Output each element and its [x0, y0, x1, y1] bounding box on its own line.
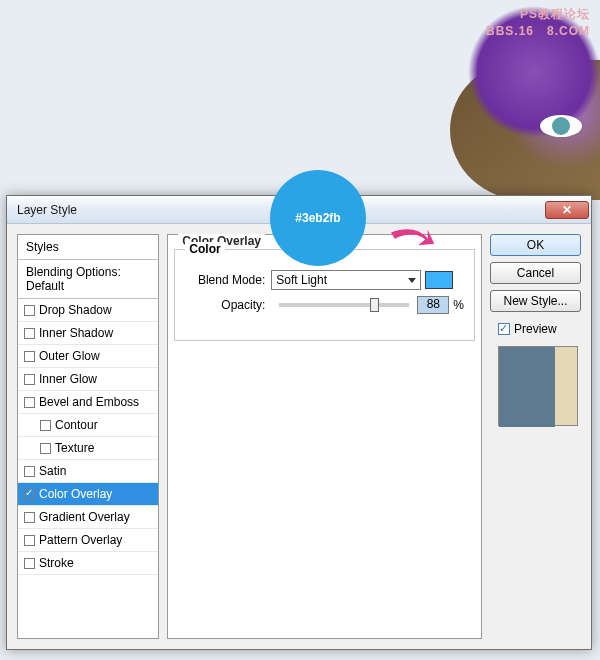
effect-row-gradient-overlay[interactable]: Gradient Overlay [18, 506, 158, 529]
effect-label: Bevel and Emboss [39, 395, 139, 409]
close-button[interactable]: ✕ [545, 201, 589, 219]
cancel-button[interactable]: Cancel [490, 262, 581, 284]
checkbox-icon[interactable] [40, 443, 51, 454]
checkbox-icon[interactable] [24, 466, 35, 477]
blend-mode-value: Soft Light [276, 273, 327, 287]
effect-row-inner-shadow[interactable]: Inner Shadow [18, 322, 158, 345]
effect-label: Inner Shadow [39, 326, 113, 340]
opacity-label: Opacity: [185, 298, 265, 312]
ok-button[interactable]: OK [490, 234, 581, 256]
dialog-body: Styles Blending Options: Default Drop Sh… [7, 224, 591, 649]
button-column: OK Cancel New Style... Preview [490, 234, 581, 639]
chevron-down-icon [408, 278, 416, 283]
slider-thumb-icon[interactable] [370, 298, 379, 312]
color-callout-badge: #3eb2fb [270, 170, 366, 266]
effect-label: Gradient Overlay [39, 510, 130, 524]
effect-row-contour[interactable]: Contour [18, 414, 158, 437]
effect-row-color-overlay[interactable]: Color Overlay [18, 483, 158, 506]
effect-row-satin[interactable]: Satin [18, 460, 158, 483]
new-style-button[interactable]: New Style... [490, 290, 581, 312]
effect-label: Color Overlay [39, 487, 112, 501]
effect-label: Inner Glow [39, 372, 97, 386]
blend-mode-select[interactable]: Soft Light [271, 270, 421, 290]
opacity-slider[interactable] [279, 303, 409, 307]
blending-options-header[interactable]: Blending Options: Default [18, 260, 158, 299]
opacity-row: Opacity: 88 % [185, 296, 464, 314]
checkbox-icon[interactable] [24, 351, 35, 362]
effect-label: Pattern Overlay [39, 533, 122, 547]
effect-row-bevel-and-emboss[interactable]: Bevel and Emboss [18, 391, 158, 414]
blend-mode-row: Blend Mode: Soft Light [185, 270, 464, 290]
checkbox-icon[interactable] [24, 397, 35, 408]
styles-header[interactable]: Styles [18, 235, 158, 260]
effect-row-pattern-overlay[interactable]: Pattern Overlay [18, 529, 158, 552]
checkbox-icon[interactable] [24, 512, 35, 523]
effect-label: Contour [55, 418, 98, 432]
watermark-line2: BBS.16 8.COM [486, 23, 590, 40]
checkbox-icon[interactable] [24, 374, 35, 385]
effect-row-outer-glow[interactable]: Outer Glow [18, 345, 158, 368]
watermark-line1: PS教程论坛 [486, 6, 590, 23]
effect-label: Drop Shadow [39, 303, 112, 317]
group-legend: Color [185, 242, 224, 256]
background-eye [540, 115, 582, 137]
preview-thumbnail [498, 346, 578, 426]
checkbox-icon [498, 323, 510, 335]
preview-toggle[interactable]: Preview [498, 322, 581, 336]
color-swatch[interactable] [425, 271, 453, 289]
effect-row-drop-shadow[interactable]: Drop Shadow [18, 299, 158, 322]
callout-text: #3eb2fb [295, 211, 340, 225]
watermark-text: PS教程论坛 BBS.16 8.COM [486, 6, 590, 40]
effect-label: Stroke [39, 556, 74, 570]
effect-label: Satin [39, 464, 66, 478]
effect-row-stroke[interactable]: Stroke [18, 552, 158, 575]
checkbox-icon[interactable] [24, 305, 35, 316]
checkbox-icon[interactable] [24, 535, 35, 546]
blend-mode-label: Blend Mode: [185, 273, 265, 287]
layer-style-dialog: Layer Style ✕ Styles Blending Options: D… [6, 195, 592, 650]
preview-label: Preview [514, 322, 557, 336]
settings-panel: Color Overlay Color Blend Mode: Soft Lig… [167, 234, 482, 639]
checkbox-icon[interactable] [24, 558, 35, 569]
checkbox-icon[interactable] [40, 420, 51, 431]
opacity-input[interactable]: 88 [417, 296, 449, 314]
checkbox-icon[interactable] [24, 328, 35, 339]
checkbox-icon[interactable] [24, 489, 35, 500]
opacity-unit: % [453, 298, 464, 312]
effect-row-texture[interactable]: Texture [18, 437, 158, 460]
styles-list: Styles Blending Options: Default Drop Sh… [17, 234, 159, 639]
close-icon: ✕ [562, 203, 572, 217]
effect-label: Texture [55, 441, 94, 455]
effect-label: Outer Glow [39, 349, 100, 363]
effect-row-inner-glow[interactable]: Inner Glow [18, 368, 158, 391]
